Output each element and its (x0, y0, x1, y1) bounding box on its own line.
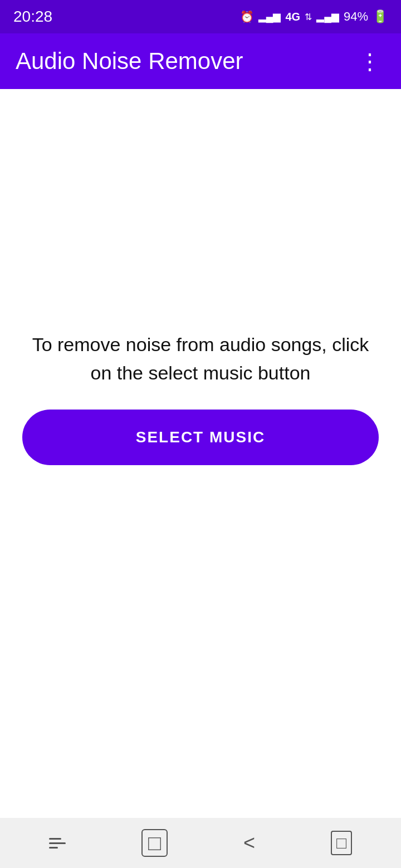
recent-apps-button[interactable] (32, 832, 82, 854)
recent-apps-icon (49, 838, 66, 849)
select-music-button[interactable]: SELECT MUSIC (22, 410, 379, 465)
instruction-text: To remove noise from audio songs, click … (20, 331, 381, 387)
status-time: 20:28 (13, 8, 52, 26)
menu-icon: □ (331, 831, 352, 855)
data-arrows-icon: ⇅ (305, 12, 312, 22)
4g-icon: 4G (286, 11, 301, 23)
back-button[interactable]: < (227, 826, 272, 860)
more-vert-icon: ⋮ (359, 48, 381, 74)
app-bar: Audio Noise Remover ⋮ (0, 33, 401, 89)
instruction-area: To remove noise from audio songs, click … (20, 331, 381, 465)
alarm-icon: ⏰ (240, 10, 254, 23)
back-icon: < (243, 831, 255, 855)
signal-icon-2: ▂▄▆ (316, 11, 339, 23)
app-title: Audio Noise Remover (16, 48, 243, 75)
nav-bar: □ < □ (0, 818, 401, 868)
status-bar: 20:28 ⏰ ▂▄▆ 4G ⇅ ▂▄▆ 94% 🔋 (0, 0, 401, 33)
main-content: To remove noise from audio songs, click … (0, 89, 401, 818)
home-button[interactable]: □ (125, 823, 184, 862)
more-options-button[interactable]: ⋮ (354, 44, 385, 78)
battery-icon: 🔋 (373, 9, 388, 24)
battery-level: 94% (344, 9, 368, 24)
signal-icon: ▂▄▆ (258, 11, 281, 23)
select-music-label: SELECT MUSIC (136, 428, 265, 446)
status-icons: ⏰ ▂▄▆ 4G ⇅ ▂▄▆ 94% 🔋 (240, 9, 388, 24)
home-icon: □ (141, 829, 168, 857)
menu-button[interactable]: □ (314, 825, 369, 861)
